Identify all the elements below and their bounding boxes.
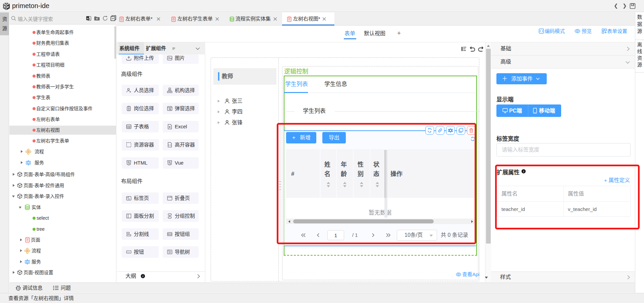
svg-text:BTN: BTN — [168, 234, 171, 235]
svg-text:Tab: Tab — [127, 198, 130, 200]
svg-text:in: in — [87, 17, 89, 19]
svg-text:BTN: BTN — [127, 251, 130, 253]
